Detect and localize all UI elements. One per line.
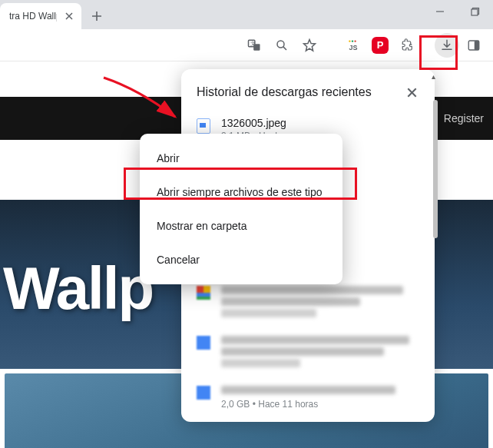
minimize-button[interactable] [422,0,458,23]
js-extension-icon[interactable]: JS [339,33,366,58]
download-context-menu: Abrir Abrir siempre archivos de este tip… [140,134,342,284]
svg-point-8 [354,40,356,41]
popup-title: Historial de descargas recientes [197,85,372,99]
download-item-blurred: 2,0 GB • Hace 11 horas [181,377,435,416]
close-tab-icon[interactable] [63,10,75,22]
new-tab-button[interactable] [86,5,108,27]
pinterest-extension[interactable]: P [367,33,393,58]
translate-icon[interactable]: 文 [241,33,267,58]
bookmark-star-icon[interactable] [296,33,323,58]
svg-point-7 [352,40,353,41]
sidepanel-icon[interactable] [461,33,487,58]
svg-point-5 [277,41,284,48]
scroll-thumb[interactable] [433,100,438,238]
extensions-puzzle-icon[interactable] [395,33,421,58]
ctx-always-open-type[interactable]: Abrir siempre archivos de este tipo [140,175,342,209]
download-meta: 2,0 GB • Hace 11 horas [221,399,419,410]
svg-rect-11 [475,41,479,50]
popup-scrollbar[interactable]: ▴ [433,72,438,433]
hero-text: Wallp [0,254,153,324]
ctx-open[interactable]: Abrir [140,141,342,175]
svg-text:JS: JS [349,44,358,51]
browser-toolbar: 文 JS P [0,29,493,61]
svg-point-6 [349,40,350,41]
browser-tab[interactable]: tra HD Wallp [0,3,81,29]
window-controls [422,0,493,23]
downloads-button[interactable] [435,33,459,58]
file-image-icon [197,118,210,134]
register-link[interactable]: Register [444,112,484,124]
tab-strip: tra HD Wallp [0,0,493,29]
download-item-blurred [181,327,435,377]
pinterest-icon: P [372,37,389,54]
ctx-cancel[interactable]: Cancelar [140,243,342,277]
svg-text:文: 文 [250,41,256,46]
scroll-up-arrow[interactable]: ▴ [432,72,439,80]
ctx-show-in-folder[interactable]: Mostrar en carpeta [140,209,342,243]
tab-title: tra HD Wallp [9,11,57,22]
maximize-button[interactable] [458,0,493,23]
svg-rect-1 [471,9,478,15]
download-filename: 1326005.jpeg [221,117,286,129]
zoom-icon[interactable] [269,33,295,58]
close-popup-button[interactable] [401,81,422,103]
